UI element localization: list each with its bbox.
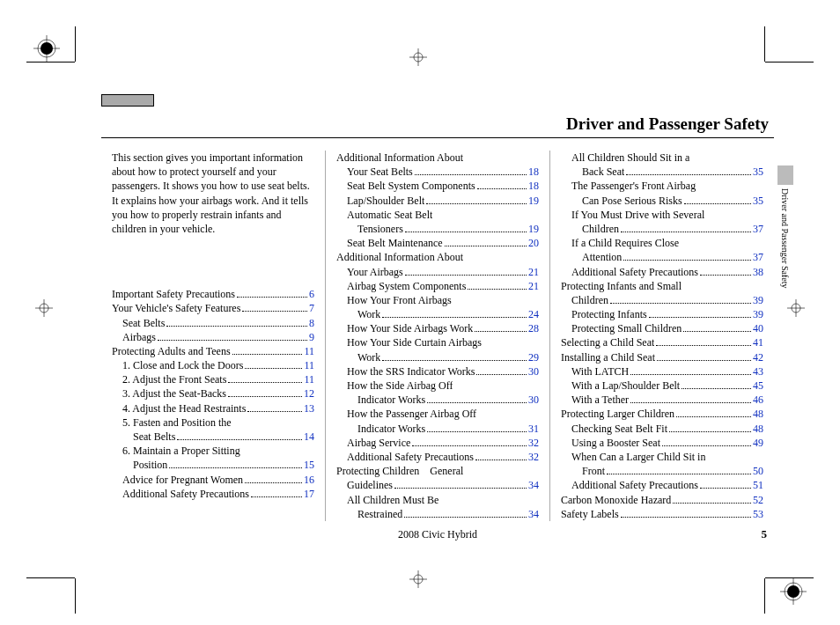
toc-entry[interactable]: Automatic Seat Belt bbox=[336, 208, 539, 222]
page-content: Driver and Passenger Safety Driver and P… bbox=[101, 114, 774, 541]
toc-entry-continuation[interactable]: Position15 bbox=[112, 458, 314, 472]
toc-columns: This section gives you important informa… bbox=[101, 151, 774, 521]
toc-entry[interactable]: How Your Side Airbags Work28 bbox=[336, 321, 539, 335]
toc-entry[interactable]: Additional Safety Precautions32 bbox=[336, 450, 539, 464]
toc-entry[interactable]: 6. Maintain a Proper Sitting bbox=[112, 444, 314, 458]
toc-entry[interactable]: Airbags9 bbox=[112, 330, 314, 344]
toc-entry[interactable]: How Your Side Curtain Airbags bbox=[336, 335, 539, 349]
toc-entry[interactable]: Seat Belt System Components18 bbox=[336, 179, 539, 193]
toc-entry[interactable]: 2. Adjust the Front Seats11 bbox=[112, 372, 314, 386]
footer-model: 2008 Civic Hybrid bbox=[101, 528, 774, 541]
toc-entry-continuation[interactable]: Children37 bbox=[561, 222, 763, 236]
center-mark-icon bbox=[35, 299, 53, 320]
toc-entry[interactable]: Protecting Infants39 bbox=[561, 307, 763, 321]
toc-entry[interactable]: Airbag Service32 bbox=[336, 436, 539, 450]
toc-entry[interactable]: All Children Should Sit in a bbox=[561, 151, 763, 165]
intro-paragraph: This section gives you important informa… bbox=[112, 151, 314, 236]
toc-entry[interactable]: With a Tether46 bbox=[561, 393, 763, 407]
toc-list: All Children Should Sit in aBack Seat35T… bbox=[561, 151, 763, 521]
toc-entry-continuation[interactable]: Guidelines34 bbox=[336, 478, 539, 492]
toc-column-1: This section gives you important informa… bbox=[101, 151, 325, 521]
registration-mark-icon bbox=[780, 578, 807, 605]
toc-entry[interactable]: Checking Seat Belt Fit48 bbox=[561, 422, 763, 436]
toc-entry[interactable]: 5. Fasten and Position the bbox=[112, 415, 314, 430]
toc-entry[interactable]: Using a Booster Seat49 bbox=[561, 436, 763, 450]
toc-entry[interactable]: Protecting Adults and Teens11 bbox=[112, 344, 314, 358]
toc-entry[interactable]: Seat Belts8 bbox=[112, 316, 314, 330]
toc-column-3: All Children Should Sit in aBack Seat35T… bbox=[549, 151, 774, 521]
toc-entry[interactable]: 1. Close and Lock the Doors11 bbox=[112, 358, 314, 372]
toc-entry-continuation[interactable]: Seat Belts14 bbox=[112, 430, 314, 444]
toc-entry[interactable]: When Can a Larger Child Sit in bbox=[561, 450, 763, 464]
toc-entry-continuation[interactable]: Your Airbags21 bbox=[336, 265, 539, 279]
toc-entry[interactable]: Additional Information About bbox=[336, 151, 539, 165]
toc-entry[interactable]: All Children Must Be bbox=[336, 493, 539, 507]
page-title: Driver and Passenger Safety bbox=[101, 114, 774, 138]
toc-entry-continuation[interactable]: Tensioners19 bbox=[336, 222, 539, 236]
toc-entry[interactable]: Installing a Child Seat42 bbox=[561, 350, 763, 364]
toc-entry-continuation[interactable]: Your Seat Belts18 bbox=[336, 165, 539, 179]
toc-entry-continuation[interactable]: Work29 bbox=[336, 350, 539, 364]
toc-entry[interactable]: Your Vehicle's Safety Features7 bbox=[112, 301, 314, 315]
toc-entry[interactable]: Lap/Shoulder Belt19 bbox=[336, 194, 539, 208]
side-section-label: Driver and Passenger Safety bbox=[780, 188, 790, 289]
toc-entry[interactable]: With a Lap/Shoulder Belt45 bbox=[561, 379, 763, 393]
toc-entry[interactable]: Airbag System Components21 bbox=[336, 279, 539, 293]
toc-entry[interactable]: How Your Front Airbags bbox=[336, 293, 539, 307]
center-mark-icon bbox=[409, 48, 427, 70]
toc-entry[interactable]: How the Passenger Airbag Off bbox=[336, 407, 539, 421]
toc-entry[interactable]: How the Side Airbag Off bbox=[336, 379, 539, 393]
toc-entry-continuation[interactable]: Back Seat35 bbox=[561, 165, 763, 179]
toc-entry[interactable]: Safety Labels53 bbox=[561, 507, 763, 521]
toc-entry[interactable]: 3. Adjust the Seat-Backs12 bbox=[112, 386, 314, 401]
toc-entry[interactable]: Protecting Larger Children48 bbox=[561, 407, 763, 421]
toc-list: Important Safety Precautions6Your Vehicl… bbox=[112, 287, 314, 501]
toc-entry-continuation[interactable]: Work24 bbox=[336, 307, 539, 321]
toc-entry[interactable]: If a Child Requires Close bbox=[561, 236, 763, 250]
toc-entry-continuation[interactable]: Indicator Works31 bbox=[336, 422, 539, 436]
toc-entry-continuation[interactable]: Front50 bbox=[561, 464, 763, 478]
center-mark-icon bbox=[787, 299, 805, 320]
toc-entry[interactable]: Additional Safety Precautions38 bbox=[561, 265, 763, 279]
registration-mark-icon bbox=[33, 35, 60, 62]
toc-entry[interactable]: If You Must Drive with Several bbox=[561, 208, 763, 222]
toc-entry[interactable]: Important Safety Precautions6 bbox=[112, 287, 314, 301]
toc-entry[interactable]: How the SRS Indicator Works30 bbox=[336, 364, 539, 379]
toc-entry[interactable]: Seat Belt Maintenance20 bbox=[336, 236, 539, 250]
toc-entry-continuation[interactable]: Restrained34 bbox=[336, 507, 539, 521]
toc-entry[interactable]: Additional Information About bbox=[336, 250, 539, 264]
redacted-box bbox=[101, 94, 154, 107]
toc-entry[interactable]: Protecting Children General bbox=[336, 464, 539, 478]
toc-entry-continuation[interactable]: Children39 bbox=[561, 293, 763, 307]
toc-column-2: Additional Information AboutYour Seat Be… bbox=[325, 151, 549, 521]
toc-entry[interactable]: Advice for Pregnant Women16 bbox=[112, 473, 314, 487]
toc-entry[interactable]: Additional Safety Precautions51 bbox=[561, 478, 763, 492]
toc-entry[interactable]: Carbon Monoxide Hazard52 bbox=[561, 493, 763, 507]
toc-entry-continuation[interactable]: Can Pose Serious Risks35 bbox=[561, 194, 763, 208]
toc-entry[interactable]: Protecting Infants and Small bbox=[561, 279, 763, 293]
toc-list: Additional Information AboutYour Seat Be… bbox=[336, 151, 539, 521]
toc-entry[interactable]: Additional Safety Precautions17 bbox=[112, 487, 314, 501]
toc-entry[interactable]: With LATCH43 bbox=[561, 364, 763, 379]
toc-entry-continuation[interactable]: Attention37 bbox=[561, 250, 763, 264]
toc-entry[interactable]: Protecting Small Children40 bbox=[561, 321, 763, 335]
footer-page-number: 5 bbox=[762, 527, 768, 541]
toc-entry[interactable]: 4. Adjust the Head Restraints13 bbox=[112, 401, 314, 415]
toc-entry[interactable]: The Passenger's Front Airbag bbox=[561, 179, 763, 193]
center-mark-icon bbox=[409, 570, 427, 592]
toc-entry-continuation[interactable]: Indicator Works30 bbox=[336, 393, 539, 407]
side-tab bbox=[777, 165, 793, 185]
toc-entry[interactable]: Selecting a Child Seat41 bbox=[561, 335, 763, 349]
page-footer: 2008 Civic Hybrid 5 bbox=[101, 528, 774, 541]
